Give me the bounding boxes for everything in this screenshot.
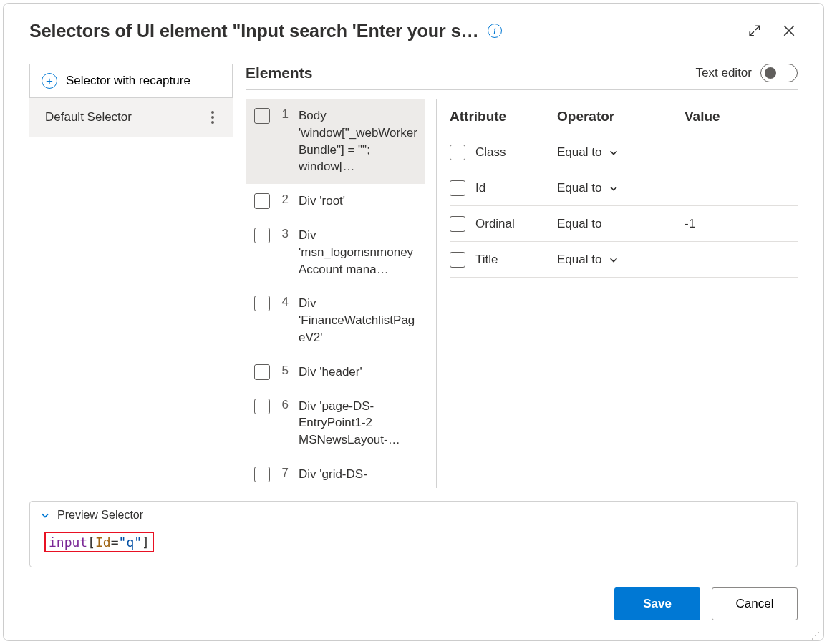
element-checkbox[interactable] xyxy=(254,364,270,380)
attribute-name: Ordinal xyxy=(475,217,515,231)
element-number: 2 xyxy=(280,192,289,207)
element-text: Div 'root' xyxy=(299,192,419,210)
element-text: Div 'msn_logomsnmoneyAccount mana… xyxy=(299,227,419,278)
attr-col-operator: Operator xyxy=(557,109,685,125)
preview-selector-label: Preview Selector xyxy=(57,509,143,522)
element-number: 3 xyxy=(280,227,289,241)
attribute-checkbox[interactable] xyxy=(450,145,465,160)
element-text: Body 'window["_webWorkerBundle"] = ""; w… xyxy=(299,107,419,175)
element-row[interactable]: 2 Div 'root' xyxy=(246,184,425,218)
selector-item-label: Default Selector xyxy=(45,110,132,125)
element-checkbox[interactable] xyxy=(254,467,270,482)
attribute-checkbox[interactable] xyxy=(450,216,465,232)
element-row[interactable]: 3 Div 'msn_logomsnmoneyAccount mana… xyxy=(246,218,425,286)
chevron-down-icon xyxy=(40,510,50,520)
element-number: 1 xyxy=(280,107,289,122)
more-icon[interactable] xyxy=(208,108,217,127)
recapture-label: Selector with recapture xyxy=(66,74,190,88)
element-row[interactable]: 5 Div 'header' xyxy=(246,355,425,389)
text-editor-label: Text editor xyxy=(696,66,752,80)
element-text: Div 'FinanceWatchlistPageV2' xyxy=(299,295,419,346)
element-checkbox[interactable] xyxy=(254,296,270,311)
attribute-operator[interactable]: Equal to xyxy=(557,145,685,160)
attribute-value[interactable]: -1 xyxy=(685,217,798,231)
attribute-row: Title Equal to xyxy=(450,242,798,278)
selector-preview: input[Id="q"] xyxy=(40,529,787,555)
cancel-button[interactable]: Cancel xyxy=(712,587,798,620)
attribute-name: Title xyxy=(475,253,498,267)
element-text: Div 'page-DS-EntryPoint1-2 MSNewsLayout-… xyxy=(299,398,419,449)
chevron-down-icon[interactable] xyxy=(609,183,619,193)
elements-heading: Elements xyxy=(246,64,312,82)
element-row[interactable]: 7 Div 'grid-DS- xyxy=(246,457,425,488)
chevron-down-icon[interactable] xyxy=(609,147,619,157)
info-icon[interactable]: i xyxy=(488,24,502,38)
expand-icon[interactable] xyxy=(742,18,768,44)
element-row[interactable]: 4 Div 'FinanceWatchlistPageV2' xyxy=(246,286,425,354)
attribute-name: Class xyxy=(475,145,506,160)
attr-col-value: Value xyxy=(685,109,798,125)
attribute-checkbox[interactable] xyxy=(450,252,465,268)
resize-handle[interactable]: ⋰ xyxy=(811,633,821,638)
attribute-operator[interactable]: Equal to xyxy=(557,217,685,231)
element-row[interactable]: 1 Body 'window["_webWorkerBundle"] = "";… xyxy=(246,99,425,184)
dialog-title: Selectors of UI element "Input search 'E… xyxy=(29,21,479,42)
element-number: 7 xyxy=(280,466,289,480)
close-icon[interactable] xyxy=(776,18,802,44)
element-text: Div 'header' xyxy=(299,364,419,381)
text-editor-toggle[interactable] xyxy=(760,64,798,82)
elements-list[interactable]: 1 Body 'window["_webWorkerBundle"] = "";… xyxy=(246,99,429,488)
attribute-name: Id xyxy=(475,181,485,195)
element-checkbox[interactable] xyxy=(254,193,270,209)
attribute-operator[interactable]: Equal to xyxy=(557,181,685,195)
element-number: 4 xyxy=(280,295,289,309)
save-button[interactable]: Save xyxy=(614,587,700,620)
element-row[interactable]: 6 Div 'page-DS-EntryPoint1-2 MSNewsLayou… xyxy=(246,389,425,457)
selector-with-recapture-button[interactable]: + Selector with recapture xyxy=(29,64,233,98)
element-text: Div 'grid-DS- xyxy=(299,466,419,483)
element-checkbox[interactable] xyxy=(254,228,270,243)
selector-item[interactable]: Default Selector xyxy=(29,98,233,137)
plus-icon: + xyxy=(42,73,57,89)
element-checkbox[interactable] xyxy=(254,399,270,414)
attribute-operator[interactable]: Equal to xyxy=(557,253,685,267)
element-number: 5 xyxy=(280,364,289,378)
attribute-checkbox[interactable] xyxy=(450,180,465,196)
chevron-down-icon[interactable] xyxy=(609,255,619,265)
element-number: 6 xyxy=(280,398,289,412)
attribute-row: Ordinal Equal to -1 xyxy=(450,206,798,242)
attribute-row: Id Equal to xyxy=(450,170,798,206)
preview-selector-toggle[interactable]: Preview Selector xyxy=(40,509,787,522)
attr-col-attribute: Attribute xyxy=(450,109,557,125)
attribute-row: Class Equal to xyxy=(450,135,798,170)
element-checkbox[interactable] xyxy=(254,108,270,124)
